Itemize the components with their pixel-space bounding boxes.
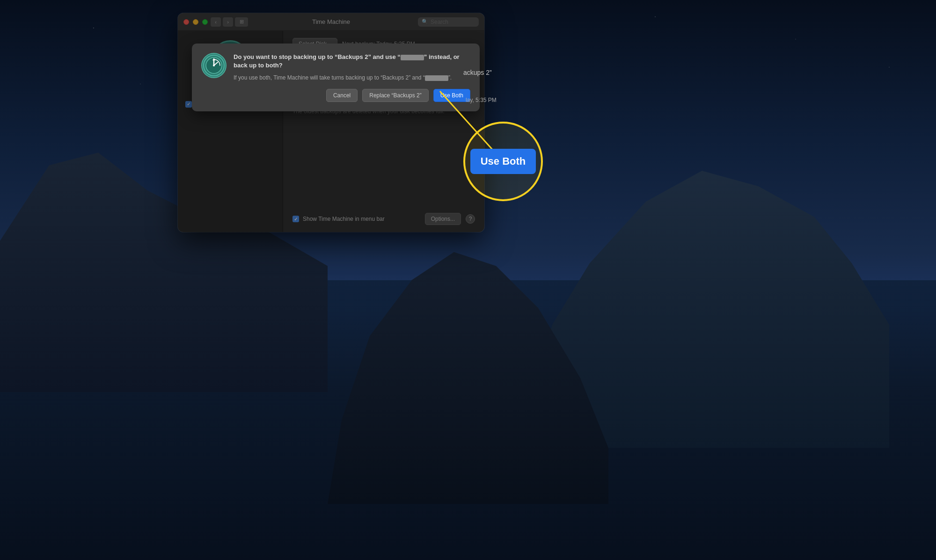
peek-backups2: ackups 2”: [463, 69, 492, 76]
dialog: Do you want to stop backing up to “Backu…: [192, 44, 480, 111]
dialog-body: If you use both, Time Machine will take …: [234, 73, 470, 82]
use-both-button[interactable]: Use Both: [433, 89, 470, 102]
time-machine-window: ‹ › ⊞ Time Machine 🔍: [178, 13, 484, 232]
redacted-name-2: [425, 75, 448, 81]
peek-next-backup: lay, 5:35 PM: [466, 97, 497, 103]
svg-point-9: [213, 65, 215, 66]
dialog-header: Do you want to stop backing up to “Backu…: [201, 53, 470, 82]
dialog-title: Do you want to stop backing up to “Backu…: [234, 53, 470, 70]
annotation-use-both-label: Use Both: [470, 149, 536, 174]
dialog-buttons: Cancel Replace “Backups 2” Use Both: [201, 89, 470, 102]
cancel-button[interactable]: Cancel: [326, 89, 358, 102]
dialog-tm-icon: [201, 53, 227, 78]
annotation-circle: Use Both: [463, 122, 543, 201]
dialog-text: Do you want to stop backing up to “Backu…: [234, 53, 470, 82]
dialog-icon: [201, 53, 227, 78]
redacted-name: [401, 55, 424, 60]
dialog-clock-svg: [202, 53, 226, 78]
replace-button[interactable]: Replace “Backups 2”: [362, 89, 428, 102]
dialog-overlay: Do you want to stop backing up to “Backu…: [178, 13, 484, 232]
